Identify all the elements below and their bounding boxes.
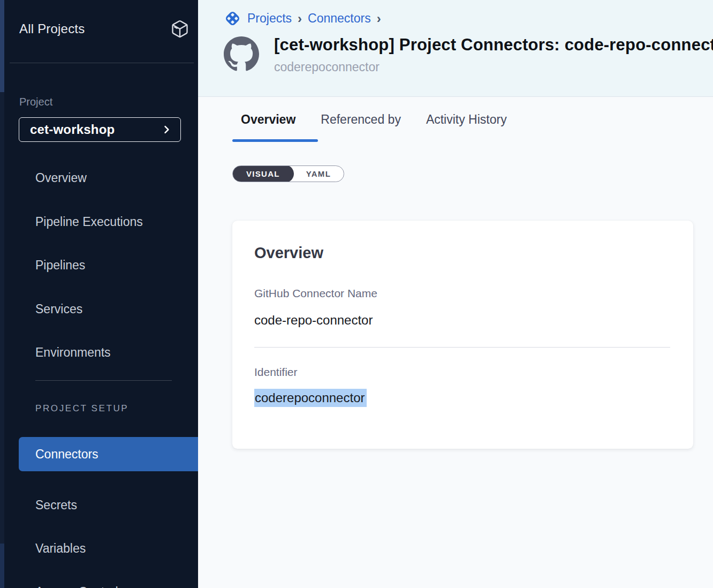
sidebar-divider-top xyxy=(10,63,194,63)
project-name: cet-workshop xyxy=(30,122,115,137)
chevron-right-icon xyxy=(161,124,172,135)
page-subtitle: coderepoconnector xyxy=(274,60,713,74)
identifier-label: Identifier xyxy=(254,366,298,379)
all-projects-label[interactable]: All Projects xyxy=(19,21,85,36)
rail-segment-bottom xyxy=(0,544,4,588)
github-octocat-icon xyxy=(224,36,259,72)
page-header: Projects › Connectors › [cet-workshop] P… xyxy=(198,0,713,97)
rail-active-segment-top xyxy=(0,0,4,92)
sidebar-divider-setup xyxy=(35,380,172,381)
visual-yaml-toggle[interactable]: VISUAL YAML xyxy=(232,165,344,182)
tab-activity-history[interactable]: Activity History xyxy=(426,112,507,127)
toggle-yaml[interactable]: YAML xyxy=(293,165,344,182)
connector-name-label: GitHub Connector Name xyxy=(254,287,377,300)
tab-referenced-by[interactable]: Referenced by xyxy=(321,112,401,127)
breadcrumb-separator: › xyxy=(376,11,382,26)
sidebar-item-secrets[interactable]: Secrets xyxy=(35,498,77,512)
sidebar-item-label: Connectors xyxy=(35,447,98,462)
identifier-value: coderepoconnector xyxy=(254,390,367,405)
active-tab-indicator xyxy=(232,139,318,142)
overview-card: Overview GitHub Connector Name code-repo… xyxy=(232,221,693,449)
breadcrumb-connectors[interactable]: Connectors xyxy=(308,11,371,26)
breadcrumb-projects[interactable]: Projects xyxy=(247,11,292,26)
sidebar-item-overview[interactable]: Overview xyxy=(35,171,87,185)
page-title: [cet-workshop] Project Connectors: code-… xyxy=(274,35,713,55)
breadcrumb-separator: › xyxy=(297,11,302,26)
toggle-visual[interactable]: VISUAL xyxy=(232,165,294,182)
card-heading: Overview xyxy=(254,244,323,262)
sidebar-item-services[interactable]: Services xyxy=(35,302,82,316)
project-label: Project xyxy=(19,96,52,108)
project-setup-header: PROJECT SETUP xyxy=(35,403,128,414)
identifier-highlighted-text: coderepoconnector xyxy=(254,389,367,407)
tab-overview[interactable]: Overview xyxy=(241,112,295,127)
project-selector[interactable]: cet-workshop xyxy=(19,117,181,142)
breadcrumb: Projects › Connectors › xyxy=(223,9,382,28)
projects-diamond-icon xyxy=(223,9,242,28)
card-divider xyxy=(254,347,670,348)
left-edge-rail xyxy=(0,0,4,588)
sidebar-item-environments[interactable]: Environments xyxy=(35,345,111,360)
connector-name-value: code-repo-connector xyxy=(254,313,373,328)
sidebar-item-variables[interactable]: Variables xyxy=(35,541,86,556)
sidebar-item-access-control[interactable]: Access Control xyxy=(35,585,118,588)
package-cube-icon[interactable] xyxy=(170,19,189,39)
main-content: Projects › Connectors › [cet-workshop] P… xyxy=(198,0,713,588)
title-row: [cet-workshop] Project Connectors: code-… xyxy=(224,35,713,74)
sidebar-item-connectors[interactable]: Connectors xyxy=(19,437,198,471)
tab-bar: Overview Referenced by Activity History xyxy=(241,112,507,127)
sidebar-item-pipelines[interactable]: Pipelines xyxy=(35,258,85,273)
sidebar: All Projects Project cet-workshop Overvi… xyxy=(4,0,198,588)
sidebar-item-pipeline-executions[interactable]: Pipeline Executions xyxy=(35,215,143,229)
